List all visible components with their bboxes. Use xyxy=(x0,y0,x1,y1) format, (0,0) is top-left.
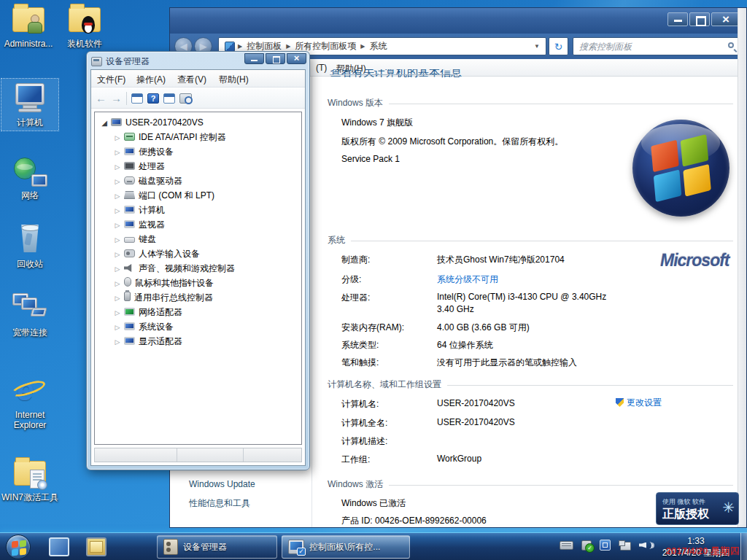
safely-remove-hardware-icon[interactable] xyxy=(581,540,592,551)
expand-arrow-icon[interactable] xyxy=(112,145,123,160)
network-adapter-icon xyxy=(124,308,135,316)
breadcrumb-item[interactable]: 系统 xyxy=(365,40,391,52)
system-window-titlebar[interactable] xyxy=(170,8,746,34)
row-value: USER-20170420VS xyxy=(437,417,515,427)
desktop-icon-administrator[interactable]: Administra... xyxy=(0,3,57,49)
taskbar-button-control-panel[interactable]: 控制面板\所有控... xyxy=(282,535,410,559)
menu-item-help[interactable]: 帮助(H) xyxy=(219,74,249,86)
desktop-icon-internet-explorer[interactable]: e Internet Explorer xyxy=(0,374,60,430)
computer-icon xyxy=(124,206,135,214)
expand-arrow-icon[interactable] xyxy=(112,203,123,218)
desktop-icon-recycle-bin[interactable]: 回收站 xyxy=(1,223,58,269)
expand-arrow-icon[interactable] xyxy=(112,320,123,335)
expand-arrow-icon[interactable] xyxy=(112,335,123,349)
device-tree-item[interactable]: 声音、视频和游戏控制器 xyxy=(99,261,301,276)
rating-unavailable-link[interactable]: 系统分级不可用 xyxy=(437,273,498,286)
touch-keyboard-icon[interactable] xyxy=(560,541,573,550)
device-tree-item[interactable]: 计算机 xyxy=(99,203,301,217)
row-label: 计算机名: xyxy=(341,398,379,411)
search-input[interactable] xyxy=(573,38,740,55)
device-tree-item[interactable]: IDE ATA/ATAPI 控制器 xyxy=(99,130,301,144)
properties-icon[interactable] xyxy=(163,93,175,104)
desktop-icon-broadband[interactable]: 宽带连接 xyxy=(0,292,60,338)
row-value: Intel(R) Core(TM) i3-4130 CPU @ 3.40GHz xyxy=(437,292,606,302)
row-label: 安装内存(RAM): xyxy=(341,322,404,334)
expand-arrow-icon[interactable] xyxy=(112,189,123,203)
show-desktop-button[interactable] xyxy=(740,533,747,560)
search-box[interactable] xyxy=(573,37,740,55)
device-tree-item[interactable]: 系统设备 xyxy=(99,319,301,334)
device-tree-item[interactable]: 处理器 xyxy=(99,159,301,174)
desktop-icon-software[interactable]: 装机软件 xyxy=(57,3,112,49)
expand-arrow-icon[interactable] xyxy=(112,174,123,189)
taskbar-clock[interactable]: 1:33 2017/4/20 星期四 xyxy=(655,535,737,559)
device-tree-item[interactable]: 通用串行总线控制器 xyxy=(99,290,301,305)
minimize-button[interactable] xyxy=(667,12,688,26)
device-tree-item[interactable]: 监视器 xyxy=(99,217,301,232)
refresh-button[interactable]: ↻ xyxy=(549,37,568,55)
expand-arrow-icon[interactable] xyxy=(112,131,123,145)
expand-arrow-icon[interactable] xyxy=(112,218,123,233)
device-tree-item[interactable]: 键盘 xyxy=(99,232,301,246)
device-tree-item[interactable]: 人体学输入设备 xyxy=(99,246,301,261)
expand-arrow-icon[interactable] xyxy=(112,291,123,306)
input-method-icon[interactable] xyxy=(600,540,611,551)
network-status-icon[interactable] xyxy=(619,540,631,551)
change-settings-link[interactable]: 更改设置 xyxy=(616,397,662,409)
device-tree-item[interactable]: 鼠标和其他指针设备 xyxy=(99,276,301,290)
row-value: 没有可用于此显示器的笔或触控输入 xyxy=(437,357,577,369)
expand-arrow-icon[interactable] xyxy=(99,116,109,131)
genuine-software-badge[interactable]: 使用 微软 软件 正版授权 ✳ xyxy=(656,492,739,525)
system-tray xyxy=(560,540,652,551)
volume-icon[interactable] xyxy=(639,540,652,551)
menu-item-action[interactable]: 操作(A) xyxy=(136,74,166,86)
section-windows-activation: Windows 激活 xyxy=(328,478,733,491)
expand-arrow-icon[interactable] xyxy=(112,233,123,247)
address-dropdown-icon[interactable]: ▼ xyxy=(531,43,543,50)
device-tree-item[interactable]: 磁盘驱动器 xyxy=(99,174,301,188)
device-tree-root[interactable]: USER-20170420VS xyxy=(99,115,301,130)
pinned-folder-icon[interactable] xyxy=(86,537,107,556)
desktop-icon-network[interactable]: 网络 xyxy=(1,155,58,201)
close-button[interactable] xyxy=(711,12,740,26)
pinned-explorer-icon[interactable] xyxy=(49,537,69,556)
expand-arrow-icon[interactable] xyxy=(112,276,123,291)
sidebar-link-windows-update[interactable]: Windows Update xyxy=(189,479,255,489)
device-tree-item[interactable]: 端口 (COM 和 LPT) xyxy=(99,188,301,203)
expand-arrow-icon[interactable] xyxy=(112,262,123,276)
back-icon[interactable]: ← xyxy=(96,92,107,104)
taskbar-button-device-manager[interactable]: 设备管理器 xyxy=(157,535,277,559)
sidebar-link-performance[interactable]: 性能信息和工具 xyxy=(189,497,250,510)
desktop: Administra... 装机软件 计算机 网络 回收站 宽带连接 e Int… xyxy=(0,0,747,560)
uac-shield-icon xyxy=(616,398,624,407)
menu-item-file[interactable]: 文件(F) xyxy=(97,74,125,86)
ports-icon xyxy=(124,191,135,199)
device-tree-item[interactable]: 网络适配器 xyxy=(99,305,301,319)
start-button[interactable] xyxy=(6,534,31,559)
scan-hardware-changes-icon[interactable] xyxy=(179,93,192,104)
scrollbar[interactable] xyxy=(738,8,746,527)
desktop-icon-computer[interactable]: 计算机 xyxy=(1,79,58,131)
forward-icon[interactable]: → xyxy=(111,92,122,104)
maximize-button[interactable] xyxy=(266,53,285,64)
close-button[interactable] xyxy=(287,53,306,64)
desktop-icon-win7-activator[interactable]: WIN7激活工具 xyxy=(0,456,60,502)
device-tree-item[interactable]: 显示适配器 xyxy=(99,334,301,349)
help-icon[interactable]: ? xyxy=(147,93,159,104)
device-tree[interactable]: USER-20170420VS IDE ATA/ATAPI 控制器 便携设备 处… xyxy=(94,112,302,445)
desktop-icon-label: 宽带连接 xyxy=(0,327,60,338)
expand-arrow-icon[interactable] xyxy=(112,160,123,174)
device-tree-item[interactable]: 便携设备 xyxy=(99,144,301,159)
menu-item-tools-partial[interactable]: (T) xyxy=(316,63,327,73)
genuine-star-icon: ✳ xyxy=(722,499,735,516)
section-windows-version: Windows 版本 xyxy=(328,97,733,109)
show-console-tree-icon[interactable] xyxy=(131,93,143,104)
clock-date: 2017/4/20 星期四 xyxy=(655,547,737,559)
microsoft-logo: Microsoft xyxy=(660,251,729,271)
maximize-button[interactable] xyxy=(689,12,710,26)
expand-arrow-icon[interactable] xyxy=(112,247,123,262)
expand-arrow-icon[interactable] xyxy=(112,306,123,320)
minimize-button[interactable] xyxy=(244,53,264,64)
menu-item-view[interactable]: 查看(V) xyxy=(177,74,206,86)
pinned-ie-icon[interactable]: e xyxy=(125,556,145,560)
